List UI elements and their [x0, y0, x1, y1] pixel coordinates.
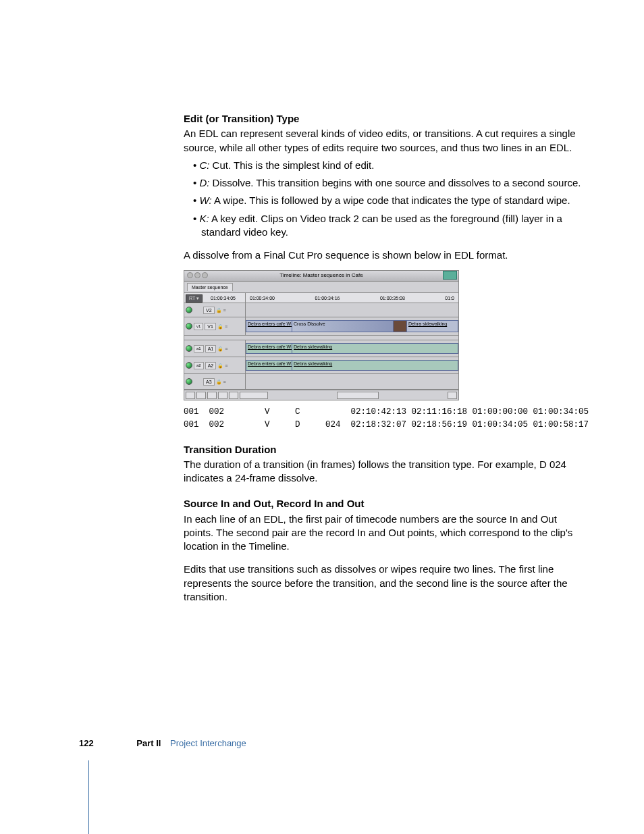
edit-type-list: C: Cut. This is the simplest kind of edi…	[184, 159, 582, 239]
clip-debra-sidewalk[interactable]: Debra sidewalking	[406, 320, 458, 332]
track-enable-icon[interactable]	[186, 323, 192, 330]
timeline-window-titlebar: Timeline: Master sequence in Cafe	[184, 271, 458, 282]
scroll-right-button[interactable]	[448, 392, 457, 399]
section-heading-edit-type: Edit (or Transition) Type	[184, 112, 582, 126]
list-item: K: A key edit. Clips on Video track 2 ca…	[193, 212, 582, 240]
minimize-icon[interactable]	[194, 272, 200, 278]
track-label-a2[interactable]: A2	[205, 362, 217, 369]
clip-audio-sidewalk[interactable]: Debra sidewalking	[292, 360, 458, 371]
clip-audio-cafe[interactable]: Debra enters cafe WS	[246, 360, 294, 371]
bars-icon[interactable]: ≡	[223, 379, 226, 385]
close-icon[interactable]	[187, 272, 193, 278]
track-enable-icon[interactable]	[186, 345, 192, 352]
track-enable-icon[interactable]	[186, 362, 192, 369]
lock-icon[interactable]: 🔒	[217, 346, 223, 352]
ruler-mark: 01:00:34:16	[315, 295, 340, 301]
clip-audio-cafe[interactable]: Debra enters cafe WS	[246, 343, 294, 354]
bars-icon[interactable]: ≡	[225, 363, 227, 369]
list-item: D: Dissolve. This transition begins with…	[193, 176, 582, 190]
source-io-body2: Edits that use transitions such as disso…	[184, 563, 582, 604]
bars-icon[interactable]: ≡	[225, 346, 227, 352]
ruler-mark: 01:0	[445, 295, 454, 301]
track-label-v2[interactable]: V2	[203, 307, 215, 314]
source-track-v1[interactable]: v1	[194, 323, 203, 330]
window-traffic-lights[interactable]	[187, 272, 208, 278]
clip-debra-cafe[interactable]: Debra enters cafe WS	[246, 320, 294, 332]
page-number: 122	[79, 738, 94, 748]
zoom-slider[interactable]	[240, 392, 268, 399]
tool-button[interactable]	[207, 392, 217, 399]
lock-icon[interactable]: 🔒	[216, 307, 222, 313]
section-heading-source-io: Source In and Out, Record In and Out	[184, 497, 582, 511]
current-time: 01:00:34:05	[211, 295, 236, 301]
tool-button[interactable]	[196, 392, 206, 399]
transition-duration-body: The duration of a transition (in frames)…	[184, 458, 582, 486]
selection-badge[interactable]	[443, 271, 457, 280]
edit-type-intro: An EDL can represent several kinds of vi…	[184, 127, 582, 155]
ruler-mark: 01:00:35:08	[380, 295, 405, 301]
footer-part: Part II	[136, 738, 161, 748]
tool-button[interactable]	[218, 392, 227, 399]
track-label-a1[interactable]: A1	[205, 345, 217, 353]
lock-icon[interactable]: 🔒	[216, 379, 222, 385]
edl-code-block: 001 002 V C 02:10:42:13 02:11:16:18 01:0…	[184, 406, 582, 430]
ruler-mark: 01:00:34:00	[250, 295, 275, 301]
sequence-tab[interactable]: Master sequence	[187, 283, 233, 291]
footer-rule	[88, 760, 89, 834]
lock-icon[interactable]: 🔒	[217, 323, 223, 330]
source-io-body1: In each line of an EDL, the first pair o…	[184, 513, 582, 554]
clip-audio-sidewalk[interactable]: Debra sidewalking	[292, 343, 458, 354]
section-heading-transition-duration: Transition Duration	[184, 443, 582, 457]
track-enable-icon[interactable]	[186, 378, 192, 385]
lock-icon[interactable]: 🔒	[217, 363, 223, 369]
rt-button[interactable]: RT ▾	[186, 294, 203, 302]
timeline-screenshot: Timeline: Master sequence in Cafe Master…	[184, 270, 459, 400]
scroll-thumb[interactable]	[337, 392, 379, 399]
page-footer: 122 Part II Project Interchange	[79, 737, 246, 750]
track-label-v1[interactable]: V1	[205, 323, 216, 330]
bars-icon[interactable]: ≡	[225, 323, 227, 330]
tool-button[interactable]	[229, 392, 238, 399]
list-item: C: Cut. This is the simplest kind of edi…	[193, 159, 582, 172]
source-track-a2[interactable]: a2	[194, 362, 204, 369]
track-enable-icon[interactable]	[186, 307, 192, 313]
tool-button[interactable]	[186, 392, 195, 399]
list-item: W: A wipe. This is followed by a wipe co…	[193, 194, 582, 207]
track-label-a3[interactable]: A3	[203, 378, 215, 386]
footer-title: Project Interchange	[170, 738, 246, 748]
timeline-window-title: Timeline: Master sequence in Cafe	[279, 272, 363, 278]
clip-cross-dissolve[interactable]: Cross Dissolve	[292, 320, 396, 332]
edit-type-afterlist: A dissolve from a Final Cut Pro sequence…	[184, 249, 582, 262]
zoom-icon[interactable]	[202, 272, 208, 278]
bars-icon[interactable]: ≡	[223, 307, 226, 313]
source-track-a1[interactable]: a1	[194, 345, 204, 352]
